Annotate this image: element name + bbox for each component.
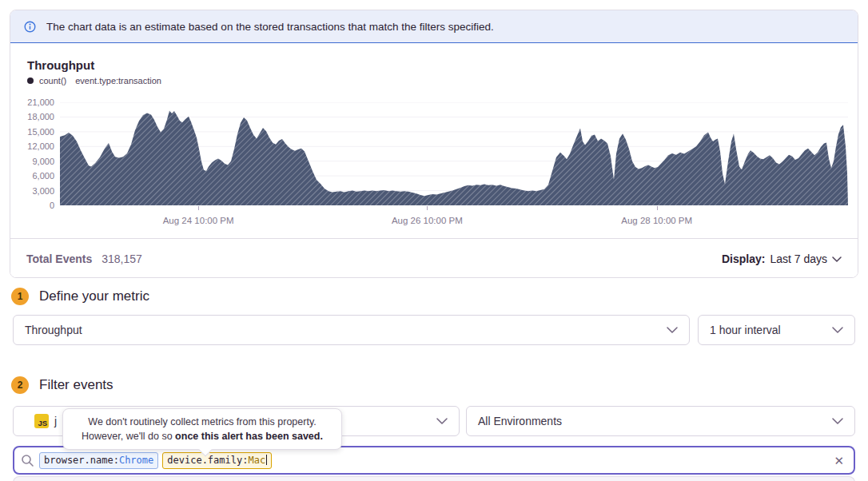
- chart-legend: count() event.type:transaction: [27, 76, 161, 85]
- chevron-down-icon: [832, 418, 843, 424]
- x-axis-label: Aug 24 10:00 PM: [163, 216, 234, 225]
- y-axis-label: 18,000: [10, 111, 54, 122]
- step-filter-events: 2 Filter events: [11, 376, 113, 394]
- total-events-label: Total Events: [26, 252, 92, 265]
- alert-builder-page: The chart data is an estimate based on t…: [0, 0, 868, 481]
- search-token-list: browser.name:Chrome device.family:Mac: [39, 452, 829, 469]
- metrics-collection-tooltip: We don't routinely collect metrics from …: [62, 408, 342, 450]
- event-filter-search-input[interactable]: browser.name:Chrome device.family:Mac ✕: [13, 446, 855, 475]
- throughput-area-chart[interactable]: [60, 102, 848, 205]
- chart-footer: Total Events 318,157 Display: Last 7 day…: [10, 238, 858, 278]
- search-icon: [21, 454, 34, 467]
- y-axis-label: 15,000: [10, 126, 54, 137]
- x-axis-tick: [198, 206, 199, 210]
- chevron-down-icon: [667, 327, 678, 333]
- y-axis-label: 6,000: [10, 170, 54, 181]
- y-axis-label: 0: [10, 200, 54, 211]
- step-define-metric: 1 Define your metric: [11, 288, 149, 305]
- filter-token-browser-name[interactable]: browser.name:Chrome: [39, 452, 158, 469]
- clear-search-icon[interactable]: ✕: [834, 455, 844, 467]
- display-period-dropdown[interactable]: Display: Last 7 days: [722, 252, 842, 265]
- step-2-badge: 2: [11, 376, 29, 394]
- step-1-title: Define your metric: [39, 288, 149, 304]
- display-value: Last 7 days: [770, 252, 827, 265]
- legend-aggregate: count(): [39, 76, 66, 85]
- environment-select[interactable]: All Environments: [466, 406, 855, 436]
- chart-card: The chart data is an estimate based on t…: [10, 10, 858, 278]
- token-key: browser.name:: [44, 455, 119, 466]
- token-value: Mac: [248, 455, 265, 466]
- x-axis-tick: [657, 206, 658, 210]
- filter-token-device-family[interactable]: device.family:Mac: [162, 452, 272, 469]
- banner-text: The chart data is an estimate based on t…: [46, 21, 494, 33]
- x-axis-label: Aug 26 10:00 PM: [392, 216, 463, 225]
- chevron-down-icon: [832, 327, 843, 333]
- text-cursor: [266, 455, 267, 465]
- total-events-value: 318,157: [102, 252, 142, 265]
- x-axis-label: Aug 28 10:00 PM: [621, 216, 692, 225]
- next-panel-edge: [13, 476, 855, 481]
- token-key: device.family:: [167, 455, 248, 466]
- metric-select-value: Throughput: [25, 324, 82, 336]
- step-2-title: Filter events: [39, 377, 113, 393]
- info-banner: The chart data is an estimate based on t…: [10, 10, 858, 43]
- token-value: Chrome: [119, 455, 153, 466]
- tooltip-line-2: However, we'll do so once this alert has…: [74, 429, 330, 443]
- metric-select[interactable]: Throughput: [13, 315, 690, 345]
- y-axis-label: 3,000: [10, 185, 54, 197]
- display-label: Display:: [722, 252, 765, 265]
- environment-select-value: All Environments: [478, 415, 562, 427]
- y-axis-labels: 21,00018,00015,00012,0009,0006,0003,0000: [10, 102, 54, 205]
- chevron-down-icon: [832, 256, 842, 262]
- javascript-platform-icon: JS: [34, 414, 49, 428]
- y-axis-label: 12,000: [10, 141, 54, 152]
- tooltip-line-1: We don't routinely collect metrics from …: [74, 415, 330, 429]
- total-events: Total Events 318,157: [26, 252, 142, 265]
- step-1-badge: 1: [11, 288, 29, 305]
- y-axis-label: 9,000: [10, 156, 54, 167]
- y-axis-label: 21,000: [10, 97, 54, 108]
- x-axis-labels: Aug 24 10:00 PMAug 26 10:00 PMAug 28 10:…: [60, 205, 848, 234]
- info-icon: [24, 21, 36, 33]
- chart-title: Throughput: [27, 58, 94, 72]
- chevron-down-icon: [436, 418, 448, 424]
- legend-filter: event.type:transaction: [75, 76, 161, 85]
- series-dot-icon: [27, 78, 34, 84]
- interval-select[interactable]: 1 hour interval: [698, 315, 855, 345]
- x-axis-tick: [427, 206, 428, 210]
- project-select-value: j: [54, 415, 57, 427]
- interval-select-value: 1 hour interval: [710, 324, 781, 336]
